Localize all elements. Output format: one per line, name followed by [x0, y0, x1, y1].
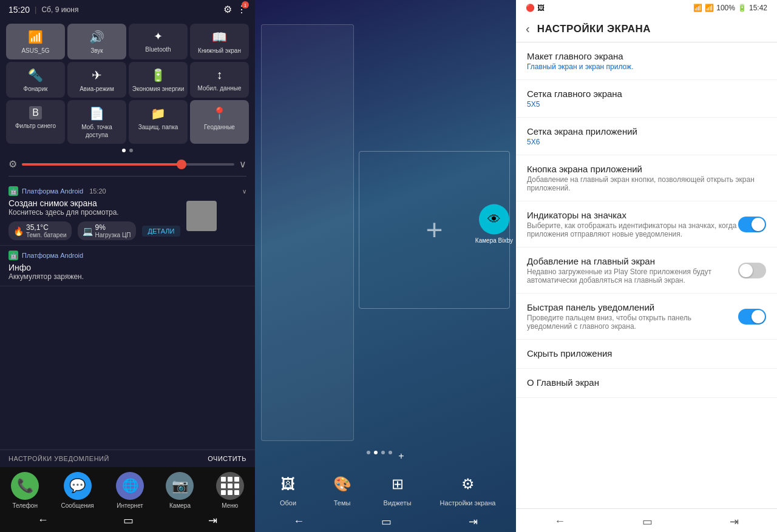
home-dot-4	[388, 451, 392, 454]
nav-phone-label: Телефон	[12, 502, 37, 509]
wifi-status-icon: 📶	[693, 4, 702, 12]
signal-bars-icon: 📶	[705, 4, 714, 12]
screenshot-thumbnail	[186, 201, 217, 231]
divider	[8, 176, 246, 177]
details-button[interactable]: ДЕТАЛИ	[142, 226, 181, 237]
home-page-dots: +	[255, 447, 516, 465]
settings-list: Макет главного экрана Главный экран и эк…	[516, 42, 777, 508]
settings-badge-icons[interactable]: Индикаторы на значках Выберите, как отоб…	[516, 201, 777, 247]
themes-item[interactable]: 🎨 Темы	[330, 471, 355, 507]
notif1-title: Создан снимок экрана	[8, 198, 180, 208]
qs-wifi[interactable]: 📶 ASUS_5G	[6, 24, 65, 59]
bixby-icon: 👁	[479, 204, 509, 234]
notification-info[interactable]: 🤖 Платформа Android Инфо Аккумулятор зар…	[0, 246, 255, 286]
settings-home-grid[interactable]: Сетка главного экрана 5X5	[516, 80, 777, 118]
settings-back-nav[interactable]: ←	[554, 515, 565, 528]
wallpapers-label: Обои	[280, 499, 296, 507]
settings-status-left: 🔴 🖼	[526, 4, 545, 12]
battery-temp-label: Темп. батареи	[26, 232, 67, 238]
back-button[interactable]: ←	[38, 514, 49, 527]
home-back-button[interactable]: ←	[293, 515, 304, 528]
notif2-body: Аккумулятор заряжен.	[8, 272, 246, 281]
status-time: 15:20	[8, 5, 30, 15]
settings-home-nav[interactable]: ▭	[642, 515, 653, 528]
home-home-button[interactable]: ▭	[381, 515, 392, 528]
battery-save-icon: 🔋	[151, 68, 166, 82]
settings-recents-nav[interactable]: ⇥	[730, 515, 739, 528]
settings-quick-notif[interactable]: Быстрая панель уведомлений Проведите пал…	[516, 294, 777, 340]
home-grid-title: Сетка главного экрана	[527, 89, 766, 99]
qs-hotspot[interactable]: 📄 Моб. точка доступа	[67, 100, 126, 144]
qs-secure-folder[interactable]: 📁 Защищ. папка	[129, 100, 188, 144]
settings-time: 15:42	[749, 4, 767, 12]
qs-secure-folder-label: Защищ. папка	[138, 123, 178, 131]
widgets-item[interactable]: ⊞ Виджеты	[384, 471, 412, 507]
qs-battery-save[interactable]: 🔋 Экономия энергии	[129, 62, 188, 98]
bottom-nav-bar: 📞 Телефон 💬 Сообщения 🌐 Интернет 📷 Камер…	[0, 467, 255, 532]
settings-hide-apps[interactable]: Скрыть приложения	[516, 340, 777, 369]
qs-bluetooth[interactable]: ✦ Bluetooth	[129, 24, 188, 59]
dot-2	[129, 149, 133, 152]
recents-button[interactable]: ⇥	[208, 514, 217, 527]
qs-mobile-data[interactable]: ↕ Мобил. данные	[190, 62, 249, 98]
badge-icons-toggle[interactable]	[738, 217, 766, 232]
notification-list[interactable]: 🤖 Платформа Android 15:20 ∨ Создан снимо…	[0, 179, 255, 450]
notification-screenshot[interactable]: 🤖 Платформа Android 15:20 ∨ Создан снимо…	[0, 181, 255, 246]
home-bottom-bar: 🖼 Обои 🎨 Темы ⊞ Виджеты ⚙ Настройки экра…	[255, 465, 516, 510]
nav-phone[interactable]: 📞 Телефон	[11, 472, 39, 509]
add-dot-icon[interactable]: +	[396, 451, 404, 462]
settings-home-layout[interactable]: Макет главного экрана Главный экран и эк…	[516, 42, 777, 80]
qs-mobile-data-label: Мобил. данные	[198, 84, 242, 92]
nav-internet[interactable]: 🌐 Интернет	[116, 472, 144, 509]
screen-settings-label: Настройки экрана	[440, 499, 496, 507]
dot-1	[122, 149, 126, 152]
qs-airplane[interactable]: ✈ Авиа-режим	[67, 62, 126, 98]
screen-settings-item[interactable]: ⚙ Настройки экрана	[440, 471, 496, 507]
nav-camera[interactable]: 📷 Камера	[166, 472, 194, 509]
nav-camera-label: Камера	[169, 502, 191, 509]
home-button[interactable]: ▭	[123, 514, 134, 527]
status-bar: 15:20 | Сб, 9 июня ⚙ ⋮ 1	[0, 0, 255, 19]
notif-settings-button[interactable]: НАСТРОЙКИ УВЕДОМЛЕНИЙ	[8, 455, 109, 462]
qs-row2: 🔦 Фонарик ✈ Авиа-режим 🔋 Экономия энерги…	[6, 62, 249, 98]
settings-apps-grid[interactable]: Сетка экрана приложений 5X6	[516, 118, 777, 155]
hotspot-icon: 📄	[89, 106, 104, 121]
qs-blue-filter[interactable]: B Фильтр синего	[6, 100, 65, 144]
home-dot-3	[381, 451, 385, 454]
home-grid-sub: 5X5	[527, 100, 766, 109]
settings-back-button[interactable]: ‹	[526, 22, 530, 36]
quick-notif-toggle[interactable]	[738, 309, 766, 325]
nav-messages-label: Сообщения	[61, 502, 94, 509]
qs-bluetooth-label: Bluetooth	[145, 45, 171, 53]
brightness-control[interactable]: ⚙ ∨	[0, 155, 255, 173]
notif1-app-name: Платформа Android	[22, 187, 83, 195]
qs-geodata[interactable]: 📍 Геоданные	[190, 100, 249, 144]
settings-add-home[interactable]: Добавление на главный экран Недавно загр…	[516, 247, 777, 294]
add-page-plus-icon: +	[426, 213, 443, 246]
qs-hotspot-label: Моб. точка доступа	[70, 123, 124, 139]
brightness-slider[interactable]	[22, 163, 234, 166]
overflow-icon[interactable]: ⋮ 1	[237, 4, 246, 15]
wallpapers-item[interactable]: 🖼 Обои	[276, 471, 301, 507]
add-home-title: Добавление на главный экран	[527, 256, 738, 266]
home-sys-nav: ← ▭ ⇥	[255, 510, 516, 532]
qs-sound[interactable]: 🔊 Звук	[67, 24, 126, 59]
qs-wifi-label: ASUS_5G	[21, 47, 49, 55]
settings-apps-btn[interactable]: Кнопка экрана приложений Добавление на г…	[516, 155, 777, 201]
home-page-1[interactable]	[261, 24, 354, 441]
themes-label: Темы	[334, 499, 351, 507]
nav-menu[interactable]: Меню	[216, 472, 244, 509]
qs-book[interactable]: 📖 Книжный экран	[190, 24, 249, 59]
bixby-camera[interactable]: 👁 Камера Bixby	[475, 204, 513, 243]
clear-notifications-button[interactable]: ОЧИСТИТЬ	[208, 455, 246, 462]
sys-nav-buttons: ← ▭ ⇥	[0, 511, 255, 528]
qs-flashlight[interactable]: 🔦 Фонарик	[6, 62, 65, 98]
settings-about-home[interactable]: О Главный экран	[516, 369, 777, 398]
settings-icon[interactable]: ⚙	[223, 4, 232, 15]
home-workspace: + 👁 Камера Bixby	[255, 0, 516, 447]
notification-panel: 15:20 | Сб, 9 июня ⚙ ⋮ 1 📶 ASUS_5G 🔊 Зву…	[0, 0, 255, 532]
expand-icon[interactable]: ∨	[239, 158, 246, 170]
home-recents-button[interactable]: ⇥	[469, 515, 478, 528]
add-home-toggle[interactable]	[738, 263, 766, 278]
nav-messages[interactable]: 💬 Сообщения	[61, 472, 94, 509]
